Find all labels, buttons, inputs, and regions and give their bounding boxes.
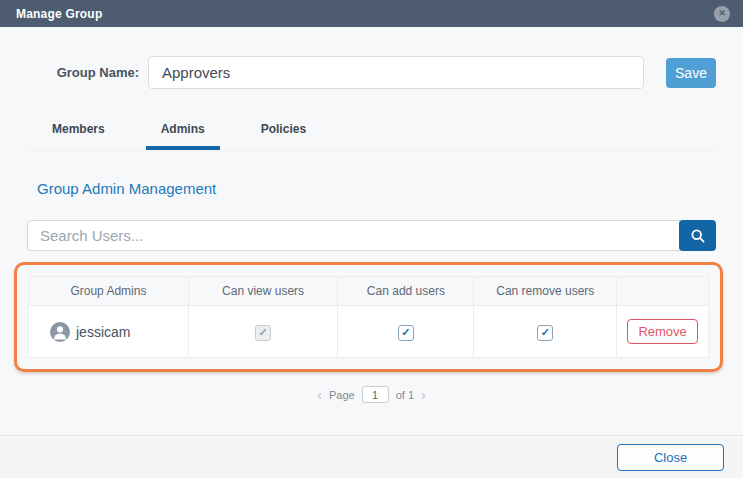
tab-admins[interactable]: Admins xyxy=(146,114,220,150)
search-button[interactable] xyxy=(679,220,716,251)
next-page-icon[interactable]: › xyxy=(421,388,426,402)
pagination: ‹ Page of 1 › xyxy=(27,386,716,403)
column-header-actions xyxy=(617,277,709,306)
can-remove-users-checkbox[interactable]: ✓ xyxy=(537,325,553,341)
close-icon[interactable]: ✕ xyxy=(714,6,730,22)
can-add-users-checkbox[interactable]: ✓ xyxy=(398,325,414,341)
search-icon xyxy=(690,228,706,244)
dialog-title: Manage Group xyxy=(16,7,714,21)
dialog-body: Group Name: Save Members Admins Policies… xyxy=(0,56,743,403)
table-header-row: Group Admins Can view users Can add user… xyxy=(29,277,709,306)
admin-user-cell: jessicam xyxy=(29,322,188,342)
group-name-input[interactable] xyxy=(148,56,644,89)
group-name-row: Group Name: Save xyxy=(27,56,716,89)
save-button[interactable]: Save xyxy=(666,58,716,88)
tab-bar: Members Admins Policies xyxy=(27,114,716,151)
check-icon: ✓ xyxy=(258,327,267,338)
check-icon: ✓ xyxy=(541,327,550,338)
search-row xyxy=(27,220,716,251)
page-label: Page xyxy=(329,389,355,401)
dialog-footer: Close xyxy=(0,435,743,478)
manage-group-dialog: Manage Group ✕ Group Name: Save Members … xyxy=(0,0,743,403)
search-input[interactable] xyxy=(27,220,681,251)
can-view-users-checkbox: ✓ xyxy=(255,325,271,341)
remove-admin-button[interactable]: Remove xyxy=(627,319,697,344)
group-admins-table: Group Admins Can view users Can add user… xyxy=(28,276,709,358)
page-number-input[interactable] xyxy=(362,386,389,403)
column-header-can-remove-users: Can remove users xyxy=(474,277,617,306)
check-icon: ✓ xyxy=(401,327,410,338)
column-header-group-admins: Group Admins xyxy=(29,277,189,306)
admins-highlight-panel: Group Admins Can view users Can add user… xyxy=(14,262,723,372)
page-count-label: of 1 xyxy=(396,389,414,401)
close-glyph: ✕ xyxy=(718,9,726,18)
column-header-can-view-users: Can view users xyxy=(188,277,338,306)
table-row: jessicam ✓ ✓ xyxy=(29,306,709,358)
admin-username: jessicam xyxy=(76,324,130,340)
tab-policies[interactable]: Policies xyxy=(246,114,321,150)
tab-members[interactable]: Members xyxy=(37,114,120,150)
column-header-can-add-users: Can add users xyxy=(338,277,474,306)
user-avatar-icon xyxy=(50,322,70,342)
dialog-titlebar: Manage Group ✕ xyxy=(0,0,743,27)
section-heading: Group Admin Management xyxy=(37,180,716,197)
close-button[interactable]: Close xyxy=(617,444,724,471)
previous-page-icon[interactable]: ‹ xyxy=(317,388,322,402)
group-name-label: Group Name: xyxy=(27,65,139,80)
